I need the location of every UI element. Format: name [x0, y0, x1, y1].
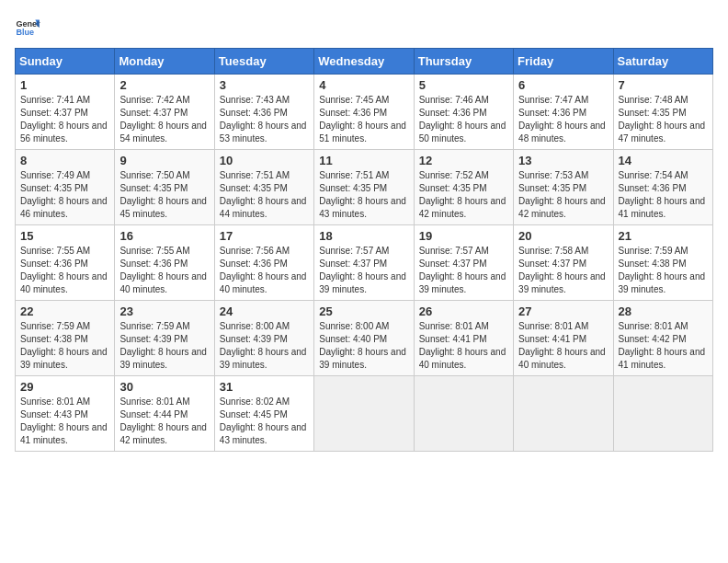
calendar-cell: 15 Sunrise: 7:55 AMSunset: 4:36 PMDaylig… — [16, 225, 115, 301]
col-header-sunday: Sunday — [16, 49, 115, 75]
calendar-cell: 19 Sunrise: 7:57 AMSunset: 4:37 PMDaylig… — [414, 225, 513, 301]
day-info: Sunrise: 8:02 AMSunset: 4:45 PMDaylight:… — [220, 396, 309, 447]
calendar-cell: 26 Sunrise: 8:01 AMSunset: 4:41 PMDaylig… — [414, 301, 513, 376]
calendar-cell: 18 Sunrise: 7:57 AMSunset: 4:37 PMDaylig… — [314, 225, 414, 301]
day-info: Sunrise: 8:01 AMSunset: 4:42 PMDaylight:… — [619, 320, 708, 372]
calendar-cell: 29 Sunrise: 8:01 AMSunset: 4:43 PMDaylig… — [16, 376, 115, 452]
day-info: Sunrise: 8:01 AMSunset: 4:43 PMDaylight:… — [20, 396, 109, 447]
day-number: 8 — [20, 154, 109, 167]
week-row-2: 8 Sunrise: 7:49 AMSunset: 4:35 PMDayligh… — [16, 150, 713, 225]
day-number: 25 — [319, 304, 408, 318]
calendar-cell: 8 Sunrise: 7:49 AMSunset: 4:35 PMDayligh… — [16, 150, 115, 225]
col-header-saturday: Saturday — [613, 49, 712, 75]
calendar-cell — [314, 376, 414, 452]
day-number: 26 — [419, 304, 508, 318]
day-info: Sunrise: 7:59 AMSunset: 4:38 PMDaylight:… — [20, 320, 109, 372]
day-info: Sunrise: 7:58 AMSunset: 4:37 PMDaylight:… — [518, 245, 608, 296]
day-info: Sunrise: 8:00 AMSunset: 4:40 PMDaylight:… — [319, 320, 408, 372]
day-number: 11 — [319, 154, 408, 167]
day-number: 10 — [220, 154, 309, 167]
calendar-cell: 28 Sunrise: 8:01 AMSunset: 4:42 PMDaylig… — [613, 301, 712, 376]
calendar-cell: 20 Sunrise: 7:58 AMSunset: 4:37 PMDaylig… — [514, 225, 613, 301]
calendar-cell: 23 Sunrise: 7:59 AMSunset: 4:39 PMDaylig… — [115, 301, 214, 376]
calendar-cell: 3 Sunrise: 7:43 AMSunset: 4:36 PMDayligh… — [214, 75, 313, 150]
day-number: 16 — [119, 229, 209, 243]
calendar-cell: 9 Sunrise: 7:50 AMSunset: 4:35 PMDayligh… — [115, 150, 214, 225]
header-row: SundayMondayTuesdayWednesdayThursdayFrid… — [16, 49, 713, 75]
col-header-friday: Friday — [514, 49, 613, 75]
day-info: Sunrise: 7:56 AMSunset: 4:36 PMDaylight:… — [220, 245, 309, 296]
calendar-cell: 2 Sunrise: 7:42 AMSunset: 4:37 PMDayligh… — [115, 75, 214, 150]
day-info: Sunrise: 8:01 AMSunset: 4:41 PMDaylight:… — [518, 320, 608, 372]
calendar-cell: 30 Sunrise: 8:01 AMSunset: 4:44 PMDaylig… — [115, 376, 214, 452]
calendar-cell — [613, 376, 712, 452]
day-number: 12 — [419, 154, 508, 167]
day-info: Sunrise: 7:42 AMSunset: 4:37 PMDaylight:… — [119, 94, 209, 145]
calendar-cell: 17 Sunrise: 7:56 AMSunset: 4:36 PMDaylig… — [214, 225, 313, 301]
day-info: Sunrise: 7:59 AMSunset: 4:38 PMDaylight:… — [619, 245, 708, 296]
calendar-cell: 12 Sunrise: 7:52 AMSunset: 4:35 PMDaylig… — [414, 150, 513, 225]
day-number: 14 — [619, 154, 708, 167]
calendar-cell: 25 Sunrise: 8:00 AMSunset: 4:40 PMDaylig… — [314, 301, 414, 376]
calendar-cell: 21 Sunrise: 7:59 AMSunset: 4:38 PMDaylig… — [613, 225, 712, 301]
col-header-wednesday: Wednesday — [314, 49, 414, 75]
calendar-cell: 27 Sunrise: 8:01 AMSunset: 4:41 PMDaylig… — [514, 301, 613, 376]
calendar-cell: 24 Sunrise: 8:00 AMSunset: 4:39 PMDaylig… — [214, 301, 313, 376]
day-number: 23 — [119, 304, 209, 318]
col-header-monday: Monday — [115, 49, 214, 75]
calendar-cell: 5 Sunrise: 7:46 AMSunset: 4:36 PMDayligh… — [414, 75, 513, 150]
day-info: Sunrise: 7:45 AMSunset: 4:36 PMDaylight:… — [319, 94, 408, 145]
day-number: 1 — [20, 78, 109, 92]
calendar-table: SundayMondayTuesdayWednesdayThursdayFrid… — [15, 48, 713, 452]
day-info: Sunrise: 7:52 AMSunset: 4:35 PMDaylight:… — [419, 169, 508, 221]
day-info: Sunrise: 7:47 AMSunset: 4:36 PMDaylight:… — [518, 94, 608, 145]
day-info: Sunrise: 7:55 AMSunset: 4:36 PMDaylight:… — [119, 245, 209, 296]
day-number: 31 — [220, 380, 309, 394]
logo: General Blue — [15, 15, 40, 40]
day-number: 29 — [20, 380, 109, 394]
col-header-thursday: Thursday — [414, 49, 513, 75]
calendar-cell: 11 Sunrise: 7:51 AMSunset: 4:35 PMDaylig… — [314, 150, 414, 225]
calendar-cell: 7 Sunrise: 7:48 AMSunset: 4:35 PMDayligh… — [613, 75, 712, 150]
col-header-tuesday: Tuesday — [214, 49, 313, 75]
day-number: 4 — [319, 78, 408, 92]
day-info: Sunrise: 7:49 AMSunset: 4:35 PMDaylight:… — [20, 169, 109, 221]
header-area: General Blue — [15, 15, 713, 40]
day-info: Sunrise: 7:54 AMSunset: 4:36 PMDaylight:… — [619, 169, 708, 221]
calendar-cell: 22 Sunrise: 7:59 AMSunset: 4:38 PMDaylig… — [16, 301, 115, 376]
day-info: Sunrise: 7:46 AMSunset: 4:36 PMDaylight:… — [419, 94, 508, 145]
day-info: Sunrise: 7:59 AMSunset: 4:39 PMDaylight:… — [119, 320, 209, 372]
day-number: 2 — [119, 78, 209, 92]
day-info: Sunrise: 7:57 AMSunset: 4:37 PMDaylight:… — [419, 245, 508, 296]
day-info: Sunrise: 7:48 AMSunset: 4:35 PMDaylight:… — [619, 94, 708, 145]
calendar-cell: 4 Sunrise: 7:45 AMSunset: 4:36 PMDayligh… — [314, 75, 414, 150]
calendar-cell: 1 Sunrise: 7:41 AMSunset: 4:37 PMDayligh… — [16, 75, 115, 150]
calendar-cell: 13 Sunrise: 7:53 AMSunset: 4:35 PMDaylig… — [514, 150, 613, 225]
day-info: Sunrise: 8:01 AMSunset: 4:41 PMDaylight:… — [419, 320, 508, 372]
day-info: Sunrise: 7:55 AMSunset: 4:36 PMDaylight:… — [20, 245, 109, 296]
day-number: 6 — [518, 78, 608, 92]
calendar-cell: 14 Sunrise: 7:54 AMSunset: 4:36 PMDaylig… — [613, 150, 712, 225]
week-row-3: 15 Sunrise: 7:55 AMSunset: 4:36 PMDaylig… — [16, 225, 713, 301]
calendar-cell: 10 Sunrise: 7:51 AMSunset: 4:35 PMDaylig… — [214, 150, 313, 225]
day-number: 27 — [518, 304, 608, 318]
day-info: Sunrise: 7:43 AMSunset: 4:36 PMDaylight:… — [220, 94, 309, 145]
day-info: Sunrise: 7:51 AMSunset: 4:35 PMDaylight:… — [220, 169, 309, 221]
day-info: Sunrise: 7:41 AMSunset: 4:37 PMDaylight:… — [20, 94, 109, 145]
day-number: 22 — [20, 304, 109, 318]
day-number: 7 — [619, 78, 708, 92]
day-info: Sunrise: 7:57 AMSunset: 4:37 PMDaylight:… — [319, 245, 408, 296]
day-number: 13 — [518, 154, 608, 167]
day-number: 19 — [419, 229, 508, 243]
calendar-cell — [514, 376, 613, 452]
day-number: 18 — [319, 229, 408, 243]
day-number: 3 — [220, 78, 309, 92]
day-number: 30 — [119, 380, 209, 394]
week-row-1: 1 Sunrise: 7:41 AMSunset: 4:37 PMDayligh… — [16, 75, 713, 150]
day-number: 17 — [220, 229, 309, 243]
calendar-cell: 6 Sunrise: 7:47 AMSunset: 4:36 PMDayligh… — [514, 75, 613, 150]
day-number: 21 — [619, 229, 708, 243]
day-number: 20 — [518, 229, 608, 243]
day-number: 15 — [20, 229, 109, 243]
calendar-cell — [414, 376, 513, 452]
